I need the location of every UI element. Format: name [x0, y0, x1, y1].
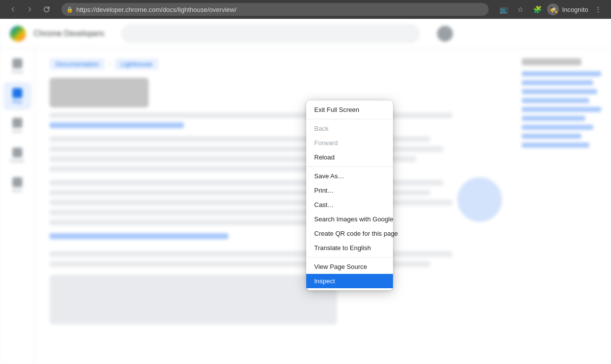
right-panel-link-2: [522, 80, 593, 85]
incognito-badge: 🕵 Incognito: [547, 3, 588, 15]
sidebar-docs-label: Docs: [12, 129, 22, 134]
sidebar-item-more: More: [3, 171, 31, 199]
page-content-blurred: Chrome Developers Home Blog Docs: [0, 19, 611, 364]
page-layout: Home Blog Docs Events More: [0, 49, 611, 364]
chrome-dev-header: Chrome Developers: [0, 19, 611, 49]
menu-item-create-qr[interactable]: Create QR code for this page: [306, 226, 393, 241]
right-panel: [512, 49, 611, 364]
menu-item-inspect-label: Inspect: [314, 277, 385, 285]
cast-icon[interactable]: 📺: [497, 2, 510, 16]
menu-item-back-label: Back: [314, 125, 385, 132]
avatar-circle: [457, 177, 502, 222]
user-avatar: [437, 26, 453, 42]
right-panel-link-7: [522, 125, 593, 130]
menu-item-back[interactable]: Back: [306, 121, 393, 136]
menu-item-print[interactable]: Print…: [306, 183, 393, 198]
menu-item-exit-full-screen-label: Exit Full Screen: [314, 106, 385, 113]
sidebar-home-label: Home: [11, 69, 23, 74]
menu-item-translate-label: Translate to English: [314, 244, 385, 252]
back-button[interactable]: [6, 2, 20, 16]
browser-chrome: 🔒 https://developer.chrome.com/docs/ligh…: [0, 0, 611, 19]
sidebar-item-docs: Docs: [3, 112, 31, 140]
content-area: Documentation › Lighthouse: [35, 49, 512, 364]
menu-item-inspect[interactable]: Inspect: [306, 274, 393, 288]
sub-nav-lighthouse: Lighthouse: [115, 58, 159, 70]
video-placeholder: [50, 275, 337, 324]
sub-nav: Documentation › Lighthouse: [50, 58, 497, 70]
menu-item-search-images-label: Search Images with Google: [314, 215, 393, 223]
menu-divider-1: [306, 119, 393, 119]
menu-item-view-page-source[interactable]: View Page Source: [306, 260, 393, 274]
lock-icon: 🔒: [66, 6, 73, 13]
menu-item-save-as-label: Save As…: [314, 172, 385, 180]
star-icon[interactable]: ☆: [513, 2, 527, 16]
sidebar-item-home: Home: [3, 52, 31, 80]
home-icon: [12, 58, 22, 68]
sub-nav-separator: ›: [109, 60, 111, 68]
content-line-10: [50, 219, 318, 225]
right-panel-title: [522, 58, 581, 65]
sidebar-blog-label: Blog: [12, 99, 21, 104]
blog-icon: [12, 88, 22, 98]
sidebar-item-blog: Blog: [3, 82, 31, 110]
right-panel-link-8: [522, 134, 581, 139]
reload-button[interactable]: [40, 2, 54, 16]
overview-title: [50, 78, 149, 107]
menu-item-forward-label: Forward: [314, 139, 385, 147]
browser-actions: 📺 ☆ 🧩 🕵 Incognito ⋮: [497, 2, 605, 16]
menu-item-create-qr-label: Create QR code for this page: [314, 230, 398, 237]
menu-item-reload-label: Reload: [314, 154, 385, 161]
sidebar: Home Blog Docs Events More: [0, 49, 35, 364]
url-text: https://developer.chrome.com/docs/lighth…: [76, 6, 484, 13]
menu-item-reload[interactable]: Reload: [306, 150, 393, 164]
browser-menu-button[interactable]: ⋮: [591, 2, 605, 16]
incognito-label: Incognito: [562, 6, 588, 13]
menu-item-print-label: Print…: [314, 187, 385, 194]
sub-nav-documentation: Documentation: [50, 58, 105, 70]
context-menu: Exit Full Screen Back Forward Reload Sav…: [306, 101, 393, 290]
forward-button[interactable]: [23, 2, 37, 16]
menu-divider-3: [306, 257, 393, 258]
right-panel-link-1: [522, 71, 601, 76]
menu-item-forward[interactable]: Forward: [306, 136, 393, 150]
menu-item-search-images[interactable]: Search Images with Google: [306, 212, 393, 226]
extensions-icon[interactable]: 🧩: [530, 2, 544, 16]
menu-item-cast[interactable]: Cast…: [306, 198, 393, 212]
menu-item-cast-label: Cast…: [314, 201, 385, 208]
sidebar-events-label: Events: [10, 158, 24, 163]
sidebar-more-label: More: [12, 188, 22, 193]
chrome-dev-logo: [10, 26, 26, 42]
right-panel-link-4: [522, 98, 589, 103]
right-panel-link-5: [522, 107, 601, 112]
sidebar-item-events: Events: [3, 142, 31, 169]
menu-item-translate[interactable]: Translate to English: [306, 241, 393, 255]
menu-item-exit-full-screen[interactable]: Exit Full Screen: [306, 103, 393, 117]
docs-icon: [12, 118, 22, 128]
events-icon: [12, 148, 22, 157]
right-panel-link-9: [522, 143, 589, 148]
nav-buttons: [6, 2, 54, 16]
address-bar[interactable]: 🔒 https://developer.chrome.com/docs/ligh…: [61, 3, 489, 16]
right-panel-link-6: [522, 116, 585, 121]
content-link-2: [50, 233, 228, 239]
content-line-5: [50, 166, 318, 172]
more-icon: [12, 177, 22, 187]
page-background: Chrome Developers Home Blog Docs: [0, 19, 611, 364]
right-panel-link-3: [522, 89, 597, 94]
content-link-1: [50, 122, 184, 128]
menu-item-save-as[interactable]: Save As…: [306, 169, 393, 183]
search-bar: [122, 25, 419, 43]
menu-item-view-page-source-label: View Page Source: [314, 263, 385, 270]
menu-divider-2: [306, 166, 393, 167]
chrome-dev-name: Chrome Developers: [34, 29, 104, 38]
incognito-icon: 🕵: [547, 3, 559, 15]
